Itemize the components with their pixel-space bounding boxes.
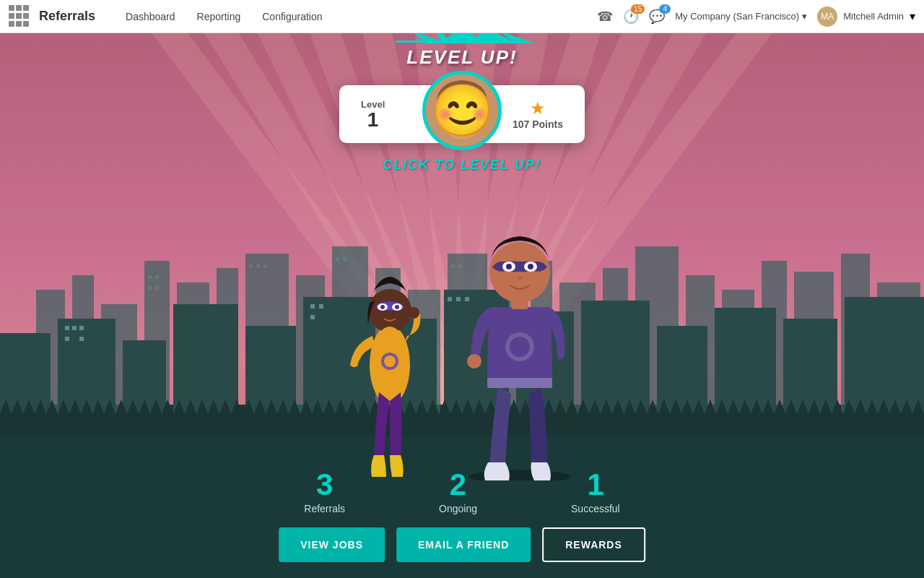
svg-rect-61 [72,326,77,330]
stat-referrals-label: Referrals [304,503,345,514]
svg-point-84 [510,337,530,357]
company-selector[interactable]: My Company (San Francisco) ▾ [675,11,807,22]
svg-rect-62 [79,326,84,330]
female-character [350,277,420,477]
level-up-banner: LEVEL UP! [318,43,606,72]
chevron-down-icon: ▾ [802,11,807,22]
action-buttons: VIEW JOBS EMAIL A FRIEND REWARDS [279,527,645,562]
svg-rect-97 [468,105,484,116]
svg-rect-60 [65,326,69,330]
avatar-face-image [426,74,498,147]
email-friend-button[interactable]: EMAIL A FRIEND [396,527,531,562]
chat-badge: 4 [659,4,671,14]
svg-point-94 [426,74,498,147]
chat-icon[interactable]: 💬 4 [649,9,665,25]
svg-point-86 [467,354,481,368]
user-menu[interactable]: MA Mitchell Admin ▾ [817,7,915,27]
svg-point-72 [368,289,411,332]
nav-reporting[interactable]: Reporting [188,7,250,27]
user-chevron-icon: ▾ [910,9,915,23]
points-value: 107 Points [513,118,563,130]
stats-row: 3 Referrals 2 Ongoing 1 Successful [304,470,619,514]
svg-point-90 [506,264,512,269]
level-up-text: LEVEL UP! [406,46,517,69]
stat-successful-number: 1 [571,470,620,500]
svg-point-99 [445,107,452,114]
svg-rect-38 [155,286,159,290]
svg-point-74 [380,305,385,309]
level-value: 1 [361,110,385,130]
nav-dashboard[interactable]: Dashboard [117,7,184,27]
stat-ongoing: 2 Ongoing [439,470,477,514]
male-character [467,236,570,480]
svg-point-81 [408,307,419,319]
user-avatar-icon: MA [817,7,837,27]
nav-configuration[interactable]: Configuration [253,7,331,27]
nav-right: ☎ 🕐 15 💬 4 My Company (San Francisco) ▾ … [597,7,915,27]
svg-point-80 [384,355,396,367]
svg-point-76 [395,305,399,309]
level-section: Level 1 [361,99,385,130]
rewards-button[interactable]: REWARDS [542,527,645,562]
svg-rect-96 [440,105,456,116]
stat-referrals: 3 Referrals [304,470,345,514]
top-navigation: Referrals Dashboard Reporting Configurat… [0,0,924,33]
stat-successful: 1 Successful [571,470,620,514]
stat-ongoing-number: 2 [439,470,477,500]
view-jobs-button[interactable]: VIEW JOBS [279,527,385,562]
svg-rect-37 [148,286,152,290]
svg-point-95 [440,93,484,139]
points-section: ★ 107 Points [513,98,563,130]
star-icon: ★ [530,98,546,118]
stat-successful-label: Successful [571,503,620,514]
stat-ongoing-label: Ongoing [439,503,477,514]
phone-icon[interactable]: ☎ [597,9,613,25]
svg-point-88 [489,242,550,303]
svg-point-100 [472,107,479,114]
main-content: .ray-line{stroke:rgba(255,200,180,0.15);… [0,33,924,578]
clock-icon[interactable]: 🕐 15 [623,9,639,25]
nav-links: Dashboard Reporting Configuration [117,7,597,27]
apps-menu-icon[interactable] [9,5,32,28]
svg-rect-35 [148,275,152,279]
svg-point-92 [528,264,533,269]
character-illustrations [245,220,679,466]
clock-badge: 15 [631,4,645,14]
stat-referrals-number: 3 [304,470,345,500]
svg-rect-63 [65,337,69,341]
svg-rect-85 [487,378,552,388]
svg-rect-64 [79,337,84,341]
brand-logo: Referrals [39,9,95,24]
click-level-up-text[interactable]: CLICK TO LEVEL UP! [383,158,541,173]
svg-rect-36 [155,275,159,279]
user-avatar-large[interactable] [422,71,502,150]
